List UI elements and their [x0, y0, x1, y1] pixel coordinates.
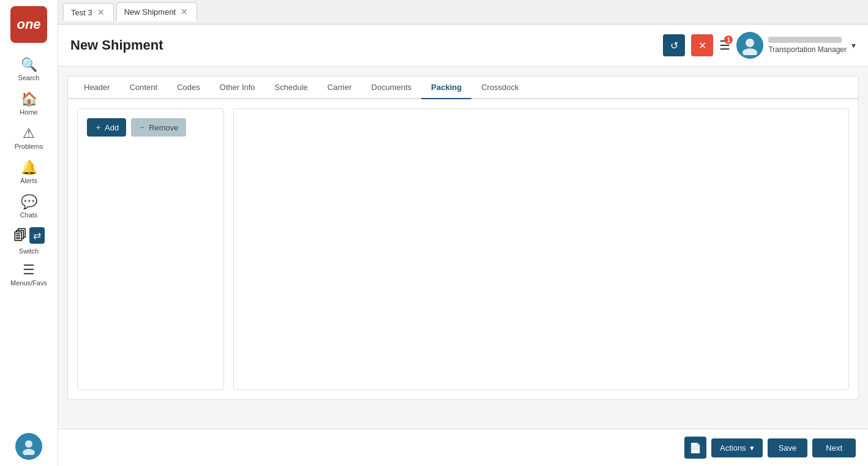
tab-label: Test 3 [71, 8, 92, 17]
bell-icon: 🔔 [21, 160, 37, 176]
switch-arrows-icon: ⇄ [33, 230, 41, 241]
user-role: Transportation Manager [768, 45, 847, 54]
next-button[interactable]: Next [812, 438, 856, 457]
tab-content[interactable]: Content [120, 77, 168, 99]
user-name-blurred [768, 37, 842, 43]
user-name-area: Transportation Manager [768, 37, 847, 54]
sidebar-item-label: Problems [15, 143, 43, 150]
tab-packing[interactable]: Packing [421, 77, 471, 99]
tab-documents[interactable]: Documents [362, 77, 422, 99]
svg-point-3 [743, 48, 757, 55]
packing-right-panel [233, 108, 849, 390]
refresh-button[interactable]: ↺ [663, 34, 685, 56]
warning-icon: ⚠ [23, 126, 35, 141]
tab-carrier[interactable]: Carrier [318, 77, 362, 99]
switch-main-icon: 🗐 [13, 228, 27, 244]
tab-label: New Shipment [124, 7, 176, 17]
sidebar-item-home[interactable]: 🏠 Home [0, 86, 58, 121]
switch-button[interactable]: ⇄ [29, 227, 45, 244]
remove-button[interactable]: － Remove [131, 118, 185, 137]
svg-point-1 [23, 449, 35, 455]
main-area: Test 3 ✕ New Shipment ✕ New Shipment ↺ ✕… [58, 0, 868, 466]
tab-close-icon[interactable]: ✕ [179, 7, 189, 17]
sidebar-item-label: Search [18, 74, 40, 81]
content-card: Header Content Codes Other Info Schedule… [67, 76, 859, 400]
tab-close-icon[interactable]: ✕ [96, 7, 106, 17]
sidebar-item-label: Menus/Favs [10, 279, 47, 287]
sidebar: one 🔍 Search 🏠 Home ⚠ Problems 🔔 Alerts … [0, 0, 58, 466]
tab-codes[interactable]: Codes [167, 77, 210, 99]
footer-bar: 📄 Actions ▾ Save Next [58, 429, 868, 466]
inner-tabs: Header Content Codes Other Info Schedule… [68, 77, 858, 99]
tab-test3[interactable]: Test 3 ✕ [63, 3, 114, 21]
switch-label: Switch [19, 247, 39, 255]
app-logo[interactable]: one [10, 6, 47, 43]
tab-schedule[interactable]: Schedule [265, 77, 318, 99]
actions-dropdown-arrow: ▾ [750, 443, 754, 453]
sidebar-bottom [15, 433, 42, 466]
actions-button[interactable]: Actions ▾ [711, 438, 763, 457]
home-icon: 🏠 [21, 91, 37, 107]
user-info: Transportation Manager ▾ [736, 32, 856, 59]
menu-icon: ☰ [23, 262, 35, 278]
add-button[interactable]: ＋ Add [87, 118, 126, 137]
svg-point-0 [25, 440, 32, 448]
sidebar-item-alerts[interactable]: 🔔 Alerts [0, 155, 58, 189]
packing-left-panel: ＋ Add － Remove [77, 108, 224, 390]
search-icon: 🔍 [21, 57, 37, 73]
menu-button[interactable]: ☰ 1 [719, 38, 730, 53]
sidebar-switch-row[interactable]: 🗐 ⇄ [0, 224, 58, 247]
tab-other-info[interactable]: Other Info [210, 77, 265, 99]
header-right: ↺ ✕ ☰ 1 Transportation Manager ▾ [663, 32, 856, 59]
save-doc-icon: 📄 [689, 442, 702, 454]
user-avatar-bottom[interactable] [15, 433, 42, 460]
sidebar-item-chats[interactable]: 💬 Chats [0, 189, 58, 224]
header-bar: New Shipment ↺ ✕ ☰ 1 Transportation Mana… [58, 24, 868, 67]
packing-content: ＋ Add － Remove [68, 99, 858, 399]
packing-btn-row: ＋ Add － Remove [87, 118, 214, 137]
content-area: Header Content Codes Other Info Schedule… [58, 67, 868, 429]
sidebar-item-search[interactable]: 🔍 Search [0, 52, 58, 86]
sidebar-item-label: Home [20, 108, 37, 116]
sidebar-item-menus[interactable]: ☰ Menus/Favs [0, 257, 58, 291]
footer-icon-button[interactable]: 📄 [684, 437, 706, 459]
sidebar-item-label: Alerts [20, 177, 37, 184]
user-avatar[interactable] [736, 32, 763, 59]
plus-icon: ＋ [94, 122, 102, 133]
tab-new-shipment[interactable]: New Shipment ✕ [116, 2, 198, 21]
top-tab-bar: Test 3 ✕ New Shipment ✕ [58, 0, 868, 24]
svg-point-2 [746, 39, 754, 47]
tab-crossdock[interactable]: Crossdock [471, 77, 528, 99]
minus-icon: － [138, 122, 146, 133]
sidebar-item-label: Chats [20, 211, 38, 219]
sidebar-item-problems[interactable]: ⚠ Problems [0, 121, 58, 155]
page-title: New Shipment [70, 37, 163, 53]
notification-badge: 1 [724, 36, 733, 44]
chat-icon: 💬 [21, 194, 37, 210]
user-dropdown-arrow[interactable]: ▾ [851, 40, 856, 50]
close-button[interactable]: ✕ [691, 34, 713, 56]
tab-header[interactable]: Header [74, 77, 120, 99]
save-button[interactable]: Save [768, 438, 808, 457]
